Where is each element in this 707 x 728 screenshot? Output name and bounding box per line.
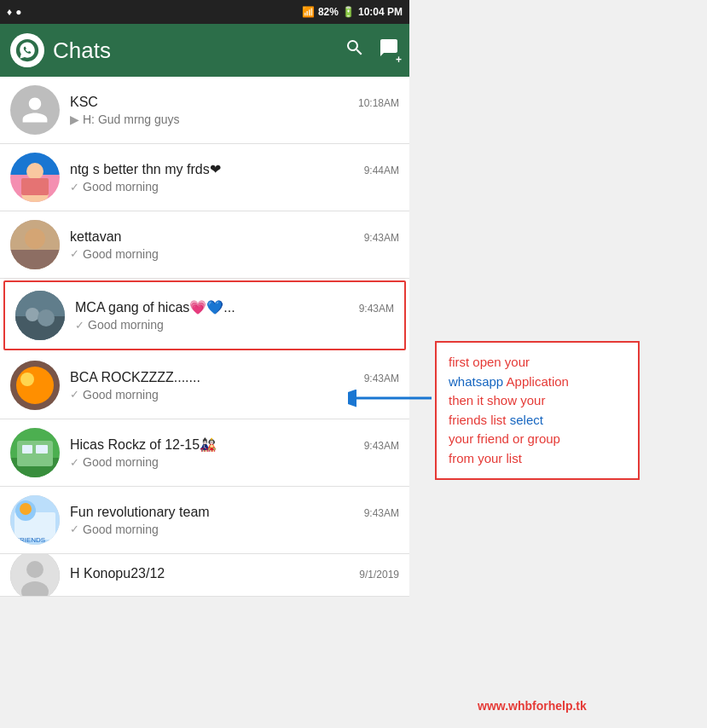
tick-ntg: ✓ [70,181,79,194]
chat-content-h: H Konopu23/12 9/1/2019 [70,566,399,584]
chat-time-kettavan: 9:43AM [364,232,399,244]
chat-item-hicas[interactable]: Hicas Rockz of 12-15🎎 9:43AM ✓ Good morn… [0,419,409,487]
svg-rect-18 [36,445,48,454]
chat-preview-kettavan: ✓ Good morning [70,247,399,261]
chat-content-fun: Fun revolutionary team 9:43AM ✓ Good mor… [70,505,399,536]
usb-icon: ♦ [7,6,12,18]
search-icon[interactable] [345,38,365,63]
svg-text:FRIENDS: FRIENDS [15,536,45,544]
header-icons: + [345,38,399,63]
chat-item-ntg[interactable]: ntg s better thn my frds❤ 9:44AM ✓ Good … [0,144,409,211]
chat-preview-ntg: ✓ Good morning [70,180,399,194]
chat-content-ntg: ntg s better thn my frds❤ 9:44AM ✓ Good … [70,161,399,194]
annotation-application: Application [507,374,569,389]
annotation-line4: friends list [449,413,507,427]
chat-content-kettavan: kettavan 9:43AM ✓ Good morning [70,229,399,261]
chat-content-ksc: KSC 10:18AM ▶ H: Gud mrng guys [70,95,399,126]
status-left-icons: ♦ ● [7,6,21,18]
chat-name-hicas: Hicas Rockz of 12-15🎎 [70,436,217,453]
avatar-h [10,554,60,597]
arrow-annotation [348,381,433,419]
preview-text-kettavan: Good morning [83,247,159,261]
chat-name-kettavan: kettavan [70,229,121,245]
chat-item-kettavan[interactable]: kettavan 9:43AM ✓ Good morning [0,211,409,279]
annotation-box: first open your whatsapp Application the… [435,341,640,480]
chat-preview-hicas: ✓ Good morning [70,455,399,469]
chat-item-fun[interactable]: FRIENDS Fun revolutionary team 9:43AM ✓ … [0,487,409,554]
svg-rect-17 [22,445,32,454]
svg-point-6 [25,228,45,249]
svg-rect-16 [17,441,53,466]
annotation-area: first open your whatsapp Application the… [418,77,704,480]
preview-text-fun: Good morning [83,523,159,536]
chat-time-h: 9/1/2019 [359,569,399,581]
compose-icon[interactable]: + [379,38,399,63]
time-display: 10:04 PM [358,6,403,18]
battery-icon: 🔋 [342,6,355,18]
tick-mca: ✓ [75,319,84,332]
status-bar: ♦ ● 📶 82% 🔋 10:04 PM [0,0,409,24]
svg-point-1 [26,163,43,180]
avatar-hicas [10,428,60,477]
chat-time-mca: 9:43AM [359,303,394,315]
preview-text-ntg: Good morning [83,180,159,194]
svg-point-25 [26,561,43,578]
annotation-line5: your friend or group [449,431,560,446]
svg-point-9 [26,308,39,321]
svg-point-12 [16,367,54,404]
chat-list: KSC 10:18AM ▶ H: Gud mrng guys ntg s bet… [0,77,409,597]
svg-point-10 [38,309,55,326]
chat-item-ksc[interactable]: KSC 10:18AM ▶ H: Gud mrng guys [0,77,409,144]
annotation-line1: first open your [449,355,530,369]
status-right: 📶 82% 🔋 10:04 PM [302,6,403,18]
website-credit: www.whbforhelp.tk [478,699,587,713]
preview-text-bca: Good morning [83,388,159,402]
chat-name-ksc: KSC [70,95,98,110]
sync-icon: ● [15,6,21,18]
preview-text-ksc: H: Gud mrng guys [83,113,180,126]
annotation-line6: from your list [449,451,522,465]
chat-preview-mca: ✓ Good morning [75,318,394,332]
chat-name-bca: BCA ROCKZZZZ....... [70,370,200,385]
ampm-text: PM [387,6,403,18]
avatar-ksc [10,85,60,135]
annotation-line3: then it show your [449,393,545,407]
chat-preview-fun: ✓ Good morning [70,523,399,536]
chat-content-hicas: Hicas Rockz of 12-15🎎 9:43AM ✓ Good morn… [70,436,399,469]
avatar-ntg [10,153,60,202]
chat-content-mca: MCA gang of hicas💗💙... 9:43AM ✓ Good mor… [75,299,394,332]
svg-rect-5 [10,250,60,269]
app-header: Chats + [0,24,409,77]
chat-time-hicas: 9:43AM [364,440,399,452]
chat-time-ksc: 10:18AM [358,97,399,109]
chat-preview-ksc: ▶ H: Gud mrng guys [70,113,399,126]
preview-text-hicas: Good morning [83,455,159,469]
chat-name-fun: Fun revolutionary team [70,505,210,520]
tick-fun: ✓ [70,523,79,535]
tick-hicas: ✓ [70,456,79,469]
avatar-bca [10,361,60,410]
signal-icon: 📶 [302,6,315,18]
chat-time-fun: 9:43AM [364,507,399,519]
tick-bca: ✓ [70,388,79,401]
chat-item-mca[interactable]: MCA gang of hicas💗💙... 9:43AM ✓ Good mor… [3,280,406,350]
chat-item-h[interactable]: H Konopu23/12 9/1/2019 [0,554,409,597]
avatar-fun: FRIENDS [10,495,60,545]
preview-text-mca: Good morning [88,318,164,332]
tick-kettavan: ✓ [70,247,79,260]
svg-rect-3 [21,178,49,195]
svg-point-13 [20,373,34,386]
media-arrow-icon: ▶ [70,113,79,126]
annotation-whatsapp: whatsapp [449,374,503,389]
annotation-select: select [510,413,543,427]
header-title: Chats [53,38,336,64]
svg-point-22 [20,503,32,515]
time-text: 10:04 [358,6,385,18]
avatar-mca [15,291,65,340]
chat-name-h: H Konopu23/12 [70,566,165,581]
chat-name-ntg: ntg s better thn my frds❤ [70,161,221,177]
battery-text: 82% [318,6,339,18]
chat-time-ntg: 9:44AM [364,165,399,176]
whatsapp-logo [10,33,44,67]
avatar-kettavan [10,220,60,269]
